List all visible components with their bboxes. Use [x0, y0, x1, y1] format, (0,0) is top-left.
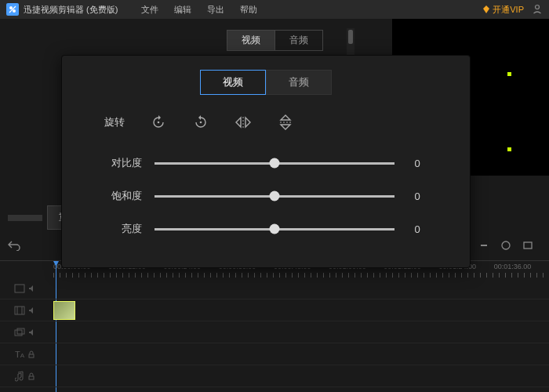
zoom-fit-icon[interactable] — [522, 240, 533, 253]
diamond-icon — [482, 5, 490, 13]
rotate-label: 旋转 — [104, 115, 125, 129]
svg-point-5 — [200, 122, 202, 124]
text-icon: TA — [15, 350, 24, 359]
track-head-video2[interactable] — [0, 299, 50, 321]
mute-icon[interactable] — [28, 328, 36, 336]
menu-edit[interactable]: 编辑 — [174, 4, 191, 16]
contrast-label: 对比度 — [104, 156, 142, 170]
rotate-cw-icon[interactable] — [192, 114, 209, 131]
modal-tab-audio[interactable]: 音频 — [266, 70, 332, 95]
titlebar: 迅捷视频剪辑器 (免费版) 文件 编辑 导出 帮助 开通VIP — [0, 0, 549, 19]
upper-tab-audio[interactable]: 音频 — [274, 30, 323, 51]
track-head-text[interactable]: TA — [0, 343, 50, 365]
zoom-slider-icon[interactable] — [500, 240, 511, 253]
saturation-slider[interactable] — [155, 195, 394, 198]
flip-horizontal-icon[interactable] — [235, 114, 252, 131]
menu-help[interactable]: 帮助 — [240, 4, 257, 16]
svg-point-3 — [536, 5, 540, 9]
menu-export[interactable]: 导出 — [207, 4, 224, 16]
vip-button[interactable]: 开通VIP — [482, 4, 524, 16]
track-head-audio[interactable] — [0, 365, 50, 387]
track-row: TA — [0, 343, 549, 365]
contrast-value: 0 — [407, 158, 427, 169]
track-row — [0, 278, 549, 299]
svg-rect-18 — [29, 376, 34, 379]
mute-icon[interactable] — [28, 307, 36, 314]
preview-marker — [507, 147, 511, 151]
timeline-tracks: TA — [0, 278, 549, 387]
svg-rect-16 — [17, 328, 24, 334]
contrast-slider[interactable] — [155, 162, 394, 165]
adjust-modal: 视频 音频 旋转 对比度 0 饱和度 0 亮度 0 — [61, 55, 471, 268]
lock-icon[interactable] — [27, 350, 35, 358]
film-icon — [14, 284, 25, 293]
brightness-label: 亮度 — [104, 222, 142, 236]
panel-handle — [8, 215, 42, 221]
app-title: 迅捷视频剪辑器 (免费版) — [24, 4, 118, 16]
flip-vertical-icon[interactable] — [277, 114, 294, 131]
modal-tab-video[interactable]: 视频 — [200, 70, 266, 95]
upper-tab-video[interactable]: 视频 — [227, 30, 274, 51]
saturation-label: 饱和度 — [104, 189, 142, 203]
mute-icon[interactable] — [28, 285, 36, 292]
svg-rect-12 — [15, 307, 24, 314]
user-icon[interactable] — [532, 3, 543, 16]
svg-point-9 — [502, 241, 510, 249]
svg-rect-11 — [15, 285, 24, 292]
zoom-out-icon[interactable] — [478, 240, 489, 253]
svg-rect-15 — [15, 330, 22, 336]
preview-marker — [507, 72, 511, 76]
saturation-value: 0 — [407, 191, 427, 202]
track-row — [0, 365, 549, 387]
music-icon — [15, 371, 24, 382]
overlay-icon — [14, 328, 25, 337]
svg-point-1 — [13, 9, 16, 13]
track-row — [0, 299, 549, 321]
menu-file[interactable]: 文件 — [141, 4, 158, 16]
brightness-value: 0 — [407, 223, 427, 235]
rotate-ccw-icon[interactable] — [150, 114, 167, 131]
track-head-overlay[interactable] — [0, 321, 50, 343]
svg-point-0 — [9, 6, 13, 9]
track-head-video1[interactable] — [0, 278, 50, 299]
video-clip[interactable] — [53, 301, 75, 320]
svg-point-4 — [158, 122, 160, 124]
timeline-toolbar-left — [8, 240, 20, 253]
undo-icon[interactable] — [8, 240, 20, 253]
track-row — [0, 321, 549, 343]
timeline-toolbar-right — [478, 240, 533, 253]
svg-rect-8 — [481, 245, 487, 246]
film-icon — [14, 306, 25, 315]
svg-rect-10 — [524, 242, 532, 249]
svg-rect-17 — [29, 354, 34, 358]
app-logo-icon — [6, 3, 19, 16]
lock-icon[interactable] — [27, 372, 35, 380]
brightness-slider[interactable] — [155, 228, 394, 230]
